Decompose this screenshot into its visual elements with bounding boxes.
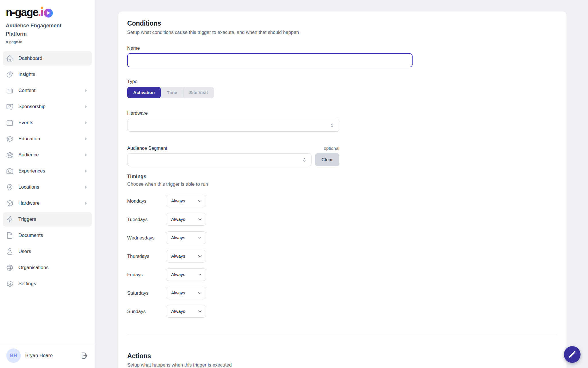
type-label: Type <box>127 79 558 84</box>
chevron-down-icon <box>198 309 202 314</box>
sidebar-item-locations[interactable]: Locations <box>3 180 92 194</box>
sidebar-item-dashboard[interactable]: Dashboard <box>3 51 92 66</box>
timing-list: Mondays Always Tuesdays Always Wednesday… <box>127 195 558 318</box>
timing-select-tuesdays[interactable]: Always <box>166 213 206 226</box>
timing-row: Fridays Always <box>127 268 558 281</box>
sidebar-item-content[interactable]: Content <box>3 83 92 98</box>
audience-segment-label: Audience Segment <box>127 145 167 151</box>
banknotes-icon <box>6 103 13 110</box>
sidebar-item-users[interactable]: Users <box>3 244 92 259</box>
sidebar-item-audience[interactable]: Audience <box>3 148 92 162</box>
brand-block: n-gage.i Audience Engagement Platform n-… <box>0 0 95 44</box>
sidebar: n-gage.i Audience Engagement Platform n-… <box>0 0 95 368</box>
sidebar-item-label: Events <box>18 120 33 126</box>
timing-select-sundays[interactable]: Always <box>166 305 206 318</box>
chevron-right-icon <box>85 121 87 124</box>
logo-letter-i: i <box>40 7 43 18</box>
chevron-down-icon <box>198 217 202 222</box>
avatar: BH <box>6 348 21 363</box>
brand-tagline: Audience Engagement Platform <box>6 22 76 38</box>
timing-select-fridays[interactable]: Always <box>166 268 206 281</box>
clear-button[interactable]: Clear <box>315 153 339 166</box>
sidebar-item-insights[interactable]: Insights <box>3 67 92 82</box>
sidebar-item-events[interactable]: Events <box>3 116 92 130</box>
conditions-title: Conditions <box>127 20 558 27</box>
sidebar-item-experiences[interactable]: Experiences <box>3 164 92 178</box>
timing-day-label: Fridays <box>127 272 166 277</box>
type-option-time[interactable]: Time <box>161 87 183 98</box>
chevron-down-icon <box>198 254 202 258</box>
logout-icon[interactable] <box>80 352 88 359</box>
sidebar-item-label: Content <box>18 88 36 93</box>
play-icon <box>47 11 50 15</box>
sidebar-item-settings[interactable]: Settings <box>3 277 92 291</box>
sidebar-item-label: Users <box>18 249 31 254</box>
chevron-right-icon <box>85 202 87 205</box>
type-segmented-control: ActivationTimeSite Visit <box>127 87 214 98</box>
sidebar-item-sponsorship[interactable]: Sponsorship <box>3 99 92 114</box>
optional-badge: optional <box>324 146 339 151</box>
logo-play-circle-icon <box>44 9 53 18</box>
sidebar-item-label: Audience <box>18 152 39 158</box>
timing-row: Thursdays Always <box>127 250 558 262</box>
chevron-right-icon <box>85 186 87 189</box>
gear-icon <box>6 280 13 288</box>
hardware-label: Hardware <box>127 110 558 116</box>
logo-text-main: n-gage <box>6 7 38 18</box>
map-pin-icon <box>6 183 13 191</box>
sidebar-item-documents[interactable]: Documents <box>3 228 92 243</box>
sidebar-item-label: Organisations <box>18 265 49 271</box>
timing-select-wednesdays[interactable]: Always <box>166 231 206 244</box>
pencil-icon <box>568 351 576 358</box>
newspaper-icon <box>6 87 13 94</box>
brand-domain: n-gage.io <box>6 40 89 44</box>
user-name: Bryan Hoare <box>25 353 53 359</box>
home-icon <box>6 55 13 62</box>
timing-select-saturdays[interactable]: Always <box>166 287 206 299</box>
timing-select-thursdays[interactable]: Always <box>166 250 206 262</box>
sidebar-item-education[interactable]: Education <box>3 132 92 146</box>
timing-day-label: Tuesdays <box>127 217 166 222</box>
globe-icon <box>6 264 13 271</box>
pie-chart-icon <box>6 71 13 78</box>
timing-select-mondays[interactable]: Always <box>166 195 206 207</box>
timing-row: Sundays Always <box>127 305 558 318</box>
timings-title: Timings <box>127 174 558 180</box>
sidebar-item-label: Dashboard <box>18 55 42 61</box>
chevron-down-icon <box>198 235 202 240</box>
lightning-bolt-icon <box>6 216 13 223</box>
actions-title: Actions <box>127 352 558 360</box>
logo-orange-dot <box>41 7 43 9</box>
timing-day-label: Sundays <box>127 309 166 314</box>
camera-icon <box>6 167 13 175</box>
logo-dot: . <box>38 7 41 18</box>
chevron-up-down-icon <box>301 157 307 163</box>
audience-segment-select[interactable] <box>127 153 312 166</box>
chevron-up-down-icon <box>329 122 335 128</box>
timing-day-label: Mondays <box>127 198 166 204</box>
type-option-activation[interactable]: Activation <box>127 87 161 98</box>
sidebar-item-label: Hardware <box>18 200 40 206</box>
sidebar-item-label: Settings <box>18 281 36 287</box>
timing-row: Mondays Always <box>127 195 558 207</box>
hardware-select[interactable] <box>127 119 339 132</box>
sidebar-item-organisations[interactable]: Organisations <box>3 260 92 275</box>
name-label: Name <box>127 45 558 51</box>
sidebar-footer: BH Bryan Hoare <box>0 343 95 368</box>
timing-row: Tuesdays Always <box>127 213 558 226</box>
name-input[interactable] <box>127 53 413 67</box>
conditions-subtitle: Setup what conditions cause this trigger… <box>127 30 558 35</box>
chevron-right-icon <box>85 170 87 172</box>
sidebar-item-label: Locations <box>18 184 39 190</box>
sidebar-nav: Dashboard Insights Content Sponsorship E… <box>0 51 95 293</box>
chevron-right-icon <box>85 137 87 140</box>
sidebar-item-hardware[interactable]: Hardware <box>3 196 92 210</box>
sidebar-item-label: Education <box>18 136 40 142</box>
chevron-down-icon <box>198 199 202 203</box>
chevron-right-icon <box>85 154 87 156</box>
sidebar-item-triggers[interactable]: Triggers <box>3 212 92 227</box>
sidebar-item-label: Documents <box>18 233 43 238</box>
type-option-site-visit[interactable]: Site Visit <box>183 87 214 98</box>
edit-fab-button[interactable] <box>564 346 581 363</box>
sidebar-item-label: Experiences <box>18 168 45 174</box>
